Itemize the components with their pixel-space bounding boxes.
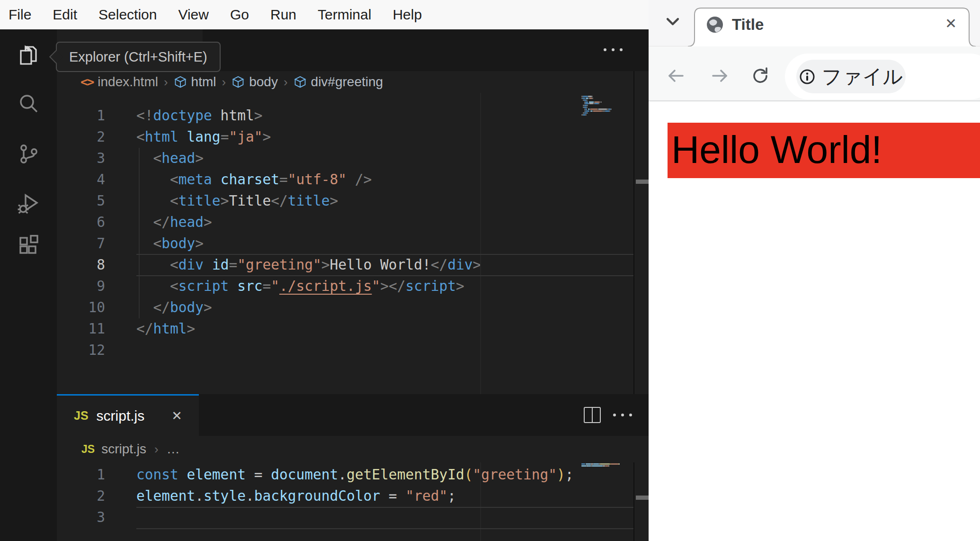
tooltip-label: Explorer (Ctrl+Shift+E) (69, 49, 207, 64)
breadcrumb-seg-html[interactable]: html (191, 74, 216, 90)
menu-item-help[interactable]: Help (392, 7, 422, 23)
overview-ruler[interactable] (633, 71, 649, 394)
code-line[interactable]: <script src="./script.js"></script> (136, 276, 633, 297)
breadcrumb: <> index.html › html › body › div#greeti… (57, 71, 649, 93)
menu-item-file[interactable]: File (9, 7, 31, 23)
search-icon[interactable] (17, 92, 40, 115)
line-number: 8 (57, 254, 110, 276)
html-editor-gutter: 123456789101112 (57, 105, 110, 361)
menu-item-terminal[interactable]: Terminal (318, 7, 371, 23)
overview-cursor-marker (636, 180, 649, 184)
code-line[interactable]: <head> (136, 148, 633, 169)
code-line[interactable]: element.style.backgroundColor = "red"; (136, 486, 633, 507)
address-bar[interactable]: ファイル /home/u (785, 54, 980, 99)
browser-tab-strip: Title ✕ (649, 0, 980, 46)
breadcrumb-separator: › (282, 75, 289, 90)
line-number: 2 (57, 486, 110, 507)
minimap[interactable] (581, 96, 633, 120)
menu-item-view[interactable]: View (178, 7, 208, 23)
code-line[interactable]: <title>Title</title> (136, 190, 633, 212)
breadcrumb-file[interactable]: index.html (98, 74, 158, 90)
symbol-cube-icon (294, 75, 307, 89)
js-file-icon: JS (81, 443, 95, 456)
line-number: 6 (57, 212, 110, 233)
menu-item-go[interactable]: Go (230, 7, 249, 23)
close-tab-icon[interactable]: ✕ (945, 15, 957, 32)
breadcrumb-separator: › (221, 75, 228, 90)
line-number: 7 (57, 233, 110, 254)
panel-tab-bar: JS script.js ✕ (57, 394, 649, 436)
explorer-icon[interactable] (17, 44, 40, 67)
forward-icon[interactable] (709, 65, 730, 86)
back-icon[interactable] (666, 65, 686, 86)
browser-toolbar: ファイル /home/u (649, 46, 980, 101)
vscode-menu-bar: FileEditSelectionViewGoRunTerminalHelp (0, 0, 649, 29)
tab-script-js[interactable]: JS script.js ✕ (57, 394, 199, 436)
column-ruler (480, 462, 481, 541)
split-editor-icon[interactable] (584, 407, 601, 423)
extensions-icon[interactable] (17, 234, 40, 257)
globe-icon (705, 15, 724, 34)
code-line[interactable]: <!doctype html> (136, 105, 633, 126)
activity-bar (0, 29, 57, 541)
line-number: 5 (57, 190, 110, 212)
line-number: 3 (57, 148, 110, 169)
breadcrumb-file[interactable]: script.js (101, 442, 146, 457)
code-line[interactable]: <meta charset="utf-8" /> (136, 169, 633, 190)
minimap[interactable] (581, 463, 633, 469)
browser-tab[interactable] (687, 7, 976, 47)
current-line-highlight (136, 507, 644, 529)
current-line-highlight (136, 254, 644, 276)
code-line[interactable]: const element = document.getElementById(… (136, 464, 633, 486)
column-ruler (480, 93, 481, 394)
code-line[interactable]: <body> (136, 233, 633, 254)
html-file-icon: <> (80, 75, 93, 89)
tab-search-chevron-icon[interactable] (665, 13, 681, 29)
code-line[interactable]: </body> (136, 297, 633, 318)
html-editor-code[interactable]: <!doctype html><html lang="ja"> <head> <… (136, 105, 633, 361)
browser-tab-title: Title (732, 15, 764, 34)
explorer-tooltip: Explorer (Ctrl+Shift+E) (56, 42, 221, 72)
file-scheme-chip[interactable]: ファイル (796, 60, 906, 93)
breadcrumb-separator: › (153, 442, 160, 457)
reload-icon[interactable] (750, 65, 771, 86)
line-number: 9 (57, 276, 110, 297)
browser-page: Hello World! (649, 101, 980, 541)
indent-guide (139, 148, 140, 318)
line-number: 3 (57, 507, 110, 528)
greeting-banner: Hello World! (668, 123, 980, 178)
menu-item-edit[interactable]: Edit (53, 7, 77, 23)
line-number: 12 (57, 340, 110, 361)
overview-ruler[interactable] (633, 462, 649, 541)
code-line[interactable]: </head> (136, 212, 633, 233)
menu-item-selection[interactable]: Selection (98, 7, 157, 23)
breadcrumb-seg-body[interactable]: body (249, 74, 278, 90)
symbol-cube-icon (232, 75, 245, 89)
js-file-icon: JS (74, 409, 89, 423)
breadcrumb-symbol[interactable]: … (167, 442, 180, 457)
close-tab-icon[interactable]: ✕ (171, 408, 182, 424)
line-number: 4 (57, 169, 110, 190)
info-icon (799, 69, 815, 85)
code-line[interactable] (136, 340, 633, 361)
more-actions-icon[interactable] (613, 414, 632, 416)
line-number: 2 (57, 126, 110, 148)
browser-window: Title ✕ ファイル (649, 0, 980, 541)
chip-label: ファイル (822, 63, 903, 90)
panel-tab-label: script.js (97, 408, 145, 424)
overview-cursor-marker (636, 496, 649, 500)
screenshot-root: FileEditSelectionViewGoRunTerminalHelp (0, 0, 980, 541)
more-actions-icon[interactable] (604, 48, 623, 51)
line-number: 1 (57, 464, 110, 486)
menu-item-run[interactable]: Run (270, 7, 296, 23)
run-debug-icon[interactable] (17, 192, 40, 215)
js-editor-gutter: 123 (57, 464, 110, 528)
breadcrumb-separator: › (162, 75, 169, 90)
code-line[interactable]: <html lang="ja"> (136, 126, 633, 148)
symbol-cube-icon (174, 75, 187, 89)
line-number: 1 (57, 105, 110, 126)
breadcrumb-seg-div-greeting[interactable]: div#greeting (311, 74, 383, 90)
code-line[interactable]: </html> (136, 318, 633, 340)
line-number: 11 (57, 318, 110, 340)
source-control-icon[interactable] (17, 143, 40, 165)
